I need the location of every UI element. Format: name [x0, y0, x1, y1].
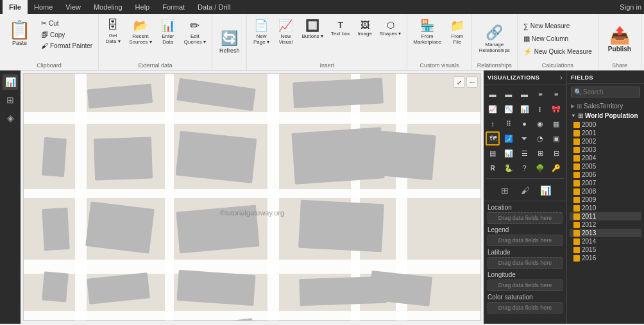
fields-title: FIELDS: [571, 74, 593, 81]
edit-queries-button[interactable]: ✏ EditQueries ▾: [181, 15, 209, 62]
fields-search-box[interactable]: 🔍: [571, 87, 640, 97]
viz-line-icon[interactable]: 📈: [486, 102, 500, 116]
paste-button[interactable]: 📋 Paste: [3, 15, 37, 51]
field-2011[interactable]: 2011: [570, 212, 641, 221]
viz-funnel-icon[interactable]: ⏷: [518, 131, 532, 146]
field-2006[interactable]: 2006: [570, 171, 641, 179]
cut-button[interactable]: ✂Cut: [38, 18, 96, 29]
field-2009[interactable]: 2009: [570, 196, 641, 204]
viz-slicer-icon[interactable]: ☰: [518, 146, 532, 160]
visualizations-expand-icon[interactable]: ›: [560, 73, 563, 82]
viz-r-visual-icon[interactable]: R: [486, 161, 500, 175]
viz-kpi-icon[interactable]: 📊: [502, 146, 516, 160]
tab-home[interactable]: Home: [28, 0, 59, 14]
manage-relationships-button[interactable]: 🔗 ManageRelationships: [475, 21, 514, 57]
from-marketplace-button[interactable]: 🏪 FromMarketplace: [410, 15, 445, 62]
viz-ribbon-icon[interactable]: 🎀: [549, 102, 563, 116]
new-page-button[interactable]: 📄 NewPage ▾: [250, 15, 273, 62]
enter-data-button[interactable]: 📊 EnterData: [157, 15, 180, 62]
field-2004[interactable]: 2004: [570, 154, 641, 162]
refresh-button[interactable]: 🔄 Refresh: [215, 24, 244, 60]
canvas-toolbar: ⤢ ···: [453, 76, 478, 88]
viz-table-icon[interactable]: ⊞: [533, 146, 547, 160]
viz-stacked-area-icon[interactable]: 📊: [518, 102, 532, 116]
viz-stacked-h-icon[interactable]: ≡: [549, 87, 563, 101]
data-icon[interactable]: ⊞: [3, 92, 18, 108]
color-saturation-dropzone[interactable]: Drag data fields here: [487, 302, 563, 313]
tab-file[interactable]: File: [3, 0, 28, 14]
viz-line-bar-icon[interactable]: ⫿: [533, 102, 547, 116]
viz-qa-icon[interactable]: ?: [518, 161, 532, 175]
viz-treemap-icon[interactable]: ▦: [549, 117, 563, 131]
field-2016[interactable]: 2016: [570, 254, 641, 262]
world-population-section[interactable]: ▼ ⊞ World Population: [570, 111, 641, 121]
viz-filled-map-icon[interactable]: 🗾: [502, 131, 516, 146]
text-box-button[interactable]: T Text box: [328, 15, 353, 62]
field-2013[interactable]: 2013: [570, 229, 641, 237]
model-icon[interactable]: ◈: [3, 110, 18, 126]
sign-in-button[interactable]: Sign in: [620, 3, 641, 11]
viz-decomp-icon[interactable]: 🌳: [533, 161, 547, 175]
viz-python-icon[interactable]: 🐍: [502, 161, 516, 175]
format-painter-button[interactable]: 🖌Format Painter: [38, 40, 96, 51]
get-data-button[interactable]: 🗄 GetData ▾: [101, 15, 124, 62]
viz-gauge-icon[interactable]: ◔: [533, 131, 547, 146]
search-icon: 🔍: [574, 88, 582, 96]
more-options-button[interactable]: ···: [466, 76, 478, 88]
field-2003[interactable]: 2003: [570, 146, 641, 154]
viz-pie-icon[interactable]: ●: [518, 117, 532, 131]
viz-key-influencers-icon[interactable]: 🔑: [549, 161, 563, 175]
field-2007[interactable]: 2007: [570, 179, 641, 187]
tab-modeling[interactable]: Modeling: [87, 0, 129, 14]
field-2000[interactable]: 2000: [570, 121, 641, 129]
field-2015[interactable]: 2015: [570, 246, 641, 254]
tab-view[interactable]: View: [59, 0, 87, 14]
location-dropzone[interactable]: Drag data fields here: [487, 212, 563, 224]
longitude-dropzone[interactable]: Drag data fields here: [487, 279, 563, 291]
new-measure-button[interactable]: ∑New Measure: [520, 21, 595, 32]
viz-bar-h-icon[interactable]: ≡: [533, 87, 547, 101]
report-icon[interactable]: 📊: [3, 74, 18, 90]
sales-territory-section[interactable]: ▶ ⊞ SalesTerritory: [570, 101, 641, 111]
image-button[interactable]: 🖼 Image: [355, 15, 375, 62]
viz-analytics-icon[interactable]: 📊: [538, 183, 554, 198]
field-2002[interactable]: 2002: [570, 137, 641, 146]
field-2001[interactable]: 2001: [570, 129, 641, 137]
new-visual-button[interactable]: 📈 NewVisual: [274, 15, 297, 62]
tab-format[interactable]: Format: [156, 0, 191, 14]
buttons-button[interactable]: 🔲 Buttons ▾: [298, 15, 326, 62]
viz-card-icon[interactable]: ▣: [549, 131, 563, 146]
field-2012[interactable]: 2012: [570, 221, 641, 229]
viz-format-icon[interactable]: 🖌: [518, 183, 533, 198]
viz-scatter-icon[interactable]: ⠿: [502, 117, 516, 131]
field-2005[interactable]: 2005: [570, 162, 641, 171]
legend-dropzone[interactable]: Drag data fields here: [487, 235, 563, 246]
field-2008[interactable]: 2008: [570, 187, 641, 196]
maximize-button[interactable]: ⤢: [453, 76, 465, 88]
new-quick-measure-button[interactable]: ⚡New Quick Measure: [520, 46, 595, 58]
publish-button[interactable]: 📤 Publish: [601, 21, 638, 57]
viz-area-icon[interactable]: 📉: [502, 102, 516, 116]
tab-data-drill[interactable]: Data / Drill: [191, 0, 237, 14]
viz-bar-icon[interactable]: ▬: [486, 87, 500, 101]
field-2014[interactable]: 2014: [570, 237, 641, 246]
copy-button[interactable]: 🗐Copy: [38, 29, 96, 40]
viz-stacked-bar-icon[interactable]: ▬: [502, 87, 516, 101]
latitude-dropzone[interactable]: Drag data fields here: [487, 257, 563, 269]
visualizations-title: VISUALIZATIONS: [487, 74, 539, 81]
tab-help[interactable]: Help: [129, 0, 157, 14]
left-panel: 📊 ⊞ ◈: [0, 71, 21, 324]
viz-multi-row-icon[interactable]: ▤: [486, 146, 500, 160]
fields-search-input[interactable]: [583, 88, 637, 96]
field-2010[interactable]: 2010: [570, 204, 641, 212]
viz-donut-icon[interactable]: ◉: [533, 117, 547, 131]
viz-waterfall-icon[interactable]: ↕: [486, 117, 500, 131]
viz-map-icon[interactable]: 🗺: [486, 131, 500, 146]
viz-100-bar-icon[interactable]: ▬: [518, 87, 532, 101]
shapes-button[interactable]: ⬡ Shapes ▾: [377, 15, 404, 62]
recent-sources-button[interactable]: 📂 RecentSources ▾: [126, 15, 155, 62]
from-file-button[interactable]: 📁 FromFile: [446, 15, 469, 62]
viz-matrix-icon[interactable]: ⊟: [549, 146, 563, 160]
viz-fields-icon[interactable]: ⊞: [497, 183, 513, 198]
new-column-button[interactable]: ▦New Column: [520, 33, 595, 45]
